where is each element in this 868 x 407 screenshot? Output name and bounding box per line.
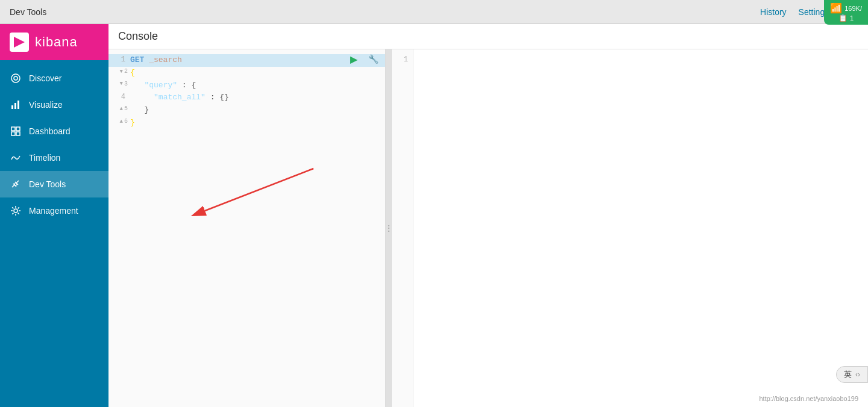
pane-divider[interactable]: ⋮ [386,49,392,407]
wrench-button[interactable]: 🔧 [366,52,380,66]
editor-line-4: 4 "match_all" : {} [108,92,385,104]
svg-point-1 [11,74,20,82]
kibana-logo-icon [10,33,29,52]
output-content [414,49,868,407]
editor-line-1: 1 GET _search [108,54,385,67]
network-widget[interactable]: 📶 169K/ 📋 1 [824,0,868,25]
line-content-5: } [130,104,385,117]
console-title: Console [118,30,158,42]
open-brace: { [130,68,135,77]
svg-rect-6 [11,127,15,131]
editor-line-2: ▼ 2 { [108,67,385,79]
fold-arrow-6: ▲ [120,117,123,126]
sidebar-item-discover[interactable]: Discover [0,65,108,92]
close-brace: } [130,118,135,127]
output-inner: 1 [392,49,868,407]
top-bar: Dev Tools History Settings Help [0,0,868,24]
network-speed: 169K/ [844,5,862,12]
sidebar-item-label-discover: Discover [29,73,61,83]
line-content-4: "match_all" : {} [130,92,385,104]
sidebar: kibana Discover Visualize Dashboard [0,24,108,407]
sidebar-item-management[interactable]: Management [0,197,108,224]
lang-label: 英 [844,369,852,380]
line-content-3: "query" : { [130,79,385,92]
main-layout: kibana Discover Visualize Dashboard [0,24,868,407]
clipboard-icon: 📋 [838,14,848,22]
editor-content[interactable]: 1 GET _search ▼ 2 [108,49,385,134]
language-widget[interactable]: 英 ‹› [836,366,868,383]
editor-line-3: ▼ 3 "query" : { [108,79,385,92]
sidebar-logo: kibana [0,24,108,60]
devtools-icon [10,178,22,190]
network-count-row: 📋 1 [838,14,854,22]
line-num-2: ▼ 2 [108,67,130,76]
sidebar-item-visualize[interactable]: Visualize [0,92,108,118]
content-area: Console ▶ 🔧 1 GET _search [108,24,868,407]
key-query: "query" [144,81,177,90]
line-num-6: ▲ 6 [108,117,130,126]
svg-rect-8 [11,132,15,135]
line-num-4: 4 [108,92,130,103]
editor-line-5: ▲ 5 } [108,104,385,117]
editor-line-6: ▲ 6 } [108,117,385,129]
svg-rect-7 [16,127,20,131]
sidebar-item-label-management: Management [29,206,78,216]
fold-arrow-3: ▼ [120,79,123,88]
fold-arrow-2: ▼ [120,67,123,76]
discover-icon [10,72,22,84]
svg-rect-3 [11,105,13,109]
timelion-icon [10,152,22,164]
visualize-icon [10,99,22,111]
wifi-icon: 📶 [830,2,842,14]
line-content-2: { [130,67,385,79]
history-link[interactable]: History [760,7,787,17]
svg-point-10 [14,183,17,185]
key-match-all: "match_all" [154,93,206,102]
line-num-1: 1 [108,54,130,66]
sidebar-item-devtools[interactable]: Dev Tools [0,171,108,197]
console-header: Console [108,24,868,49]
svg-rect-9 [16,132,20,135]
editor-toolbar: ▶ 🔧 [347,52,380,66]
console-body: ▶ 🔧 1 GET _search [108,49,868,407]
keyword-get: GET [130,55,144,64]
output-pane: 1 [392,49,868,407]
sidebar-item-dashboard[interactable]: Dashboard [0,118,108,144]
run-button[interactable]: ▶ [347,52,361,66]
sidebar-nav: Discover Visualize Dashboard Timelion [0,60,108,224]
output-line-num-1: 1 [392,54,413,66]
network-speed-row: 📶 169K/ [830,2,862,14]
sidebar-item-label-dashboard: Dashboard [29,126,71,136]
page-title: Dev Tools [10,7,46,17]
kibana-icon [13,36,26,49]
url-value: _search [149,55,182,64]
svg-rect-5 [17,101,19,109]
sidebar-item-label-timelion: Timelion [29,153,60,163]
svg-point-2 [14,76,17,80]
output-line-numbers: 1 [392,49,414,407]
fold-arrow-5: ▲ [120,105,123,113]
lang-arrows: ‹› [855,370,860,379]
line-num-5: ▲ 5 [108,104,130,114]
svg-rect-4 [14,103,16,109]
svg-point-11 [14,209,17,213]
kibana-logo-text: kibana [35,34,78,50]
sidebar-item-timelion[interactable]: Timelion [0,144,108,171]
management-icon [10,205,22,217]
line-content-6: } [130,117,385,129]
dashboard-icon [10,125,22,137]
svg-marker-0 [14,37,25,48]
footer-url: http://blog.csdn.net/yanxiaobo199 [759,395,858,402]
editor-pane[interactable]: ▶ 🔧 1 GET _search [108,49,386,407]
sidebar-item-label-devtools: Dev Tools [29,179,66,189]
network-count: 1 [850,14,854,22]
sidebar-item-label-visualize: Visualize [29,100,63,110]
line-num-3: ▼ 3 [108,79,130,89]
